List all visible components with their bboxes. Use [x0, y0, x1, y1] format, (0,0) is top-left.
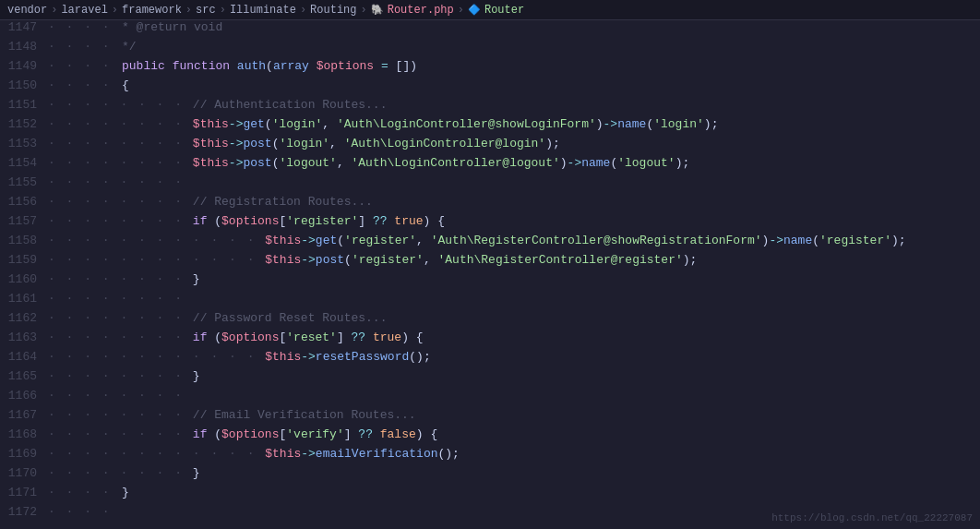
code-content: $this->post('register', 'Auth\RegisterCo…	[265, 253, 980, 267]
token-str: 'Auth\LoginController@login'	[344, 137, 545, 150]
token-punc: ;	[424, 350, 431, 364]
breadcrumb-src[interactable]: src	[196, 4, 216, 17]
code-content: {	[122, 78, 980, 92]
line-number: 1152	[0, 117, 48, 131]
token-punc: ;	[553, 137, 560, 150]
token-punc: ()	[437, 447, 452, 461]
token-punc: }	[193, 466, 200, 480]
breadcrumb-illuminate[interactable]: Illuminate	[230, 4, 296, 17]
breadcrumb-vendor[interactable]: vendor	[7, 4, 47, 17]
token-punc: {	[122, 78, 129, 92]
token-bool: true	[373, 331, 401, 344]
line-number: 1163	[0, 331, 48, 344]
code-content: if ($options['reset'] ?? true) {	[193, 331, 980, 344]
sep6: ›	[361, 4, 367, 17]
sep3: ›	[185, 4, 192, 17]
token-fn: get	[316, 234, 337, 247]
token-punc: )	[596, 117, 604, 131]
breadcrumb-framework[interactable]: framework	[122, 4, 182, 17]
token-var: $this	[193, 156, 229, 170]
token-var: $this	[193, 137, 229, 150]
token-str: 'login'	[279, 137, 329, 150]
token-punc: (	[214, 331, 221, 344]
breadcrumb-laravel[interactable]: laravel	[61, 4, 107, 17]
indent-dots: · · · · · · · ·	[48, 272, 193, 286]
token-punc: )	[560, 156, 568, 170]
indent-dots: · · · · · · · ·	[48, 408, 193, 422]
indent-dots: · · · ·	[48, 505, 122, 519]
line-number: 1165	[0, 369, 48, 383]
code-line: 1151· · · · · · · · // Authentication Ro…	[0, 98, 980, 117]
token-punc: ()	[409, 350, 424, 364]
token-var: $options	[221, 331, 279, 344]
token-punc: }	[122, 486, 129, 499]
php-file-icon: 🐘	[371, 4, 384, 16]
breadcrumb-class[interactable]: Router	[484, 4, 524, 17]
code-content: $this->get('login', 'Auth\LoginControlle…	[193, 117, 980, 131]
indent-dots: · · · · · · · ·	[48, 175, 193, 189]
line-number: 1149	[0, 59, 48, 73]
code-line: 1163· · · · · · · · if ($options['reset'…	[0, 331, 980, 350]
token-fn: post	[243, 137, 271, 150]
breadcrumb-routing[interactable]: Routing	[310, 4, 356, 17]
code-line: 1160· · · · · · · · }	[0, 272, 980, 292]
token-punc: ,	[329, 137, 344, 150]
token-punc: {	[416, 331, 424, 344]
token-str: 'register'	[286, 214, 358, 228]
token-punc: (	[214, 214, 221, 228]
token-str: 'login'	[653, 117, 704, 131]
code-line: 1165· · · · · · · · }	[0, 369, 980, 389]
token-var: $this	[265, 350, 301, 364]
code-line: 1169· · · · · · · · · · · · $this->email…	[0, 447, 980, 466]
code-content: * @return void	[122, 20, 980, 34]
token-op: ->	[769, 234, 783, 247]
token-cm: // Registration Routes...	[193, 195, 373, 209]
token-fn: name	[783, 234, 812, 247]
token-var: $this	[265, 253, 301, 267]
token-var: $options	[221, 427, 279, 441]
token-fn: post	[243, 156, 271, 170]
token-op: ->	[301, 234, 316, 247]
code-line: 1157· · · · · · · · if ($options['regist…	[0, 214, 980, 234]
token-arr: array	[273, 59, 309, 73]
indent-dots: · · · · · · · ·	[48, 311, 193, 325]
token-str: 'logout'	[279, 156, 336, 170]
token-op: ??	[373, 214, 388, 228]
token-punc: ,	[416, 234, 431, 247]
line-number: 1153	[0, 137, 48, 150]
code-line: 1162· · · · · · · · // Password Reset Ro…	[0, 311, 980, 331]
token-punc: )	[683, 253, 690, 267]
code-line: 1168· · · · · · · · if ($options['verify…	[0, 427, 980, 447]
code-line: 1161· · · · · · · ·	[0, 292, 980, 311]
token-fn: auth	[237, 59, 266, 73]
code-content	[193, 389, 980, 403]
token-var: $options	[221, 214, 279, 228]
token-plain	[230, 59, 237, 73]
line-number: 1162	[0, 311, 48, 325]
token-punc: )	[704, 117, 711, 131]
token-str: 'logout'	[617, 156, 675, 170]
line-number: 1158	[0, 234, 48, 247]
breadcrumb-file[interactable]: Router.php	[388, 4, 454, 17]
code-line: 1154· · · · · · · · $this->post('logout'…	[0, 156, 980, 175]
indent-dots: · · · · · · · · · · · ·	[48, 234, 265, 247]
token-op: ->	[301, 253, 316, 267]
token-str: 'Auth\LoginController@showLoginForm'	[337, 117, 596, 131]
line-number: 1151	[0, 98, 48, 112]
token-var: $options	[317, 59, 374, 73]
token-cm: * @return void	[122, 20, 222, 34]
token-fn: emailVerification	[316, 447, 438, 461]
token-str: 'Auth\LoginController@logout'	[352, 156, 560, 170]
indent-dots: · · · ·	[48, 486, 122, 499]
sep4: ›	[220, 4, 226, 17]
token-kw: if	[193, 427, 208, 441]
line-number: 1150	[0, 78, 48, 92]
indent-dots: · · · · · · · ·	[48, 427, 193, 441]
token-plain	[373, 427, 380, 441]
line-number: 1166	[0, 389, 48, 403]
token-punc: )	[410, 59, 417, 73]
token-punc: )	[891, 234, 899, 247]
line-number: 1159	[0, 253, 48, 267]
sep7: ›	[458, 4, 464, 17]
token-var: $this	[193, 117, 229, 131]
